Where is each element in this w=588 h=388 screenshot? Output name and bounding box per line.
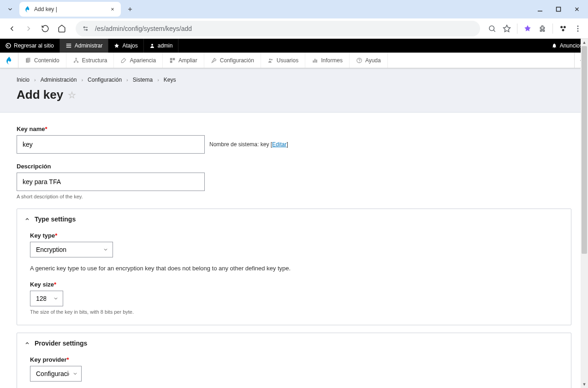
window-controls — [535, 5, 584, 14]
provider-settings-summary[interactable]: Provider settings — [17, 333, 571, 353]
drupal-logo[interactable] — [0, 53, 18, 68]
breadcrumb-keys[interactable]: Keys — [164, 77, 176, 83]
scrollbar-thumb[interactable] — [582, 46, 587, 254]
nav-home-button[interactable] — [55, 22, 68, 35]
svg-point-26 — [151, 44, 153, 46]
svg-line-34 — [76, 60, 78, 61]
extension-icon-1[interactable] — [523, 24, 532, 33]
window-close[interactable] — [572, 5, 582, 14]
browser-toolbar: /es/admin/config/system/keys/add — [0, 18, 588, 39]
breadcrumb-configuration[interactable]: Configuración — [88, 77, 122, 83]
provider-settings-section: Provider settings Key provider* Configur… — [17, 333, 571, 388]
key-size-field-wrapper: Key size* 128 The size of the key in bit… — [30, 281, 558, 315]
menu-reports-label: Informes — [321, 57, 343, 64]
window-minimize[interactable] — [535, 5, 545, 14]
menu-reports[interactable]: Informes — [305, 53, 350, 68]
shortcuts-label: Atajos — [122, 42, 137, 49]
description-label: Descripción — [17, 163, 571, 170]
nav-forward-button[interactable] — [22, 22, 35, 35]
chevron-right-icon: › — [34, 77, 36, 83]
type-settings-label: Type settings — [35, 215, 76, 223]
description-input[interactable] — [17, 173, 205, 191]
browser-tab[interactable]: Add key | — [19, 2, 121, 17]
tab-search-dropdown[interactable] — [4, 3, 17, 16]
browser-menu-icon[interactable] — [573, 24, 582, 33]
key-type-field-wrapper: Key type* Encryption A generic key type … — [30, 232, 558, 272]
drupal-admin-toolbar: Regresar al sitio Administrar Atajos adm… — [0, 39, 588, 53]
vertical-scrollbar[interactable]: ▲ ▼ — [581, 39, 588, 388]
key-type-select[interactable]: Encryption — [30, 242, 113, 257]
svg-rect-41 — [315, 59, 315, 62]
machine-name-display: Nombre de sistema: key [Editar] — [209, 141, 288, 148]
page-title: Add key ☆ — [17, 88, 571, 102]
site-info-icon[interactable] — [81, 24, 90, 33]
svg-point-19 — [577, 28, 579, 29]
browser-tab-strip: Add key | — [0, 0, 588, 18]
key-size-label: Key size* — [30, 281, 558, 288]
svg-point-38 — [269, 58, 271, 60]
key-name-field-wrapper: Key name* Nombre de sistema: key [Editar… — [17, 125, 571, 154]
scrollbar-track[interactable] — [581, 46, 588, 381]
svg-point-12 — [489, 26, 494, 31]
type-settings-summary[interactable]: Type settings — [17, 209, 571, 229]
shortcuts-button[interactable]: Atajos — [108, 39, 143, 53]
scrollbar-down-arrow[interactable]: ▼ — [581, 381, 588, 388]
page-content: Inicio › Administración › Configuración … — [0, 68, 588, 388]
form: Key name* Nombre de sistema: key [Editar… — [0, 113, 588, 388]
menu-content-label: Contenido — [34, 57, 59, 64]
tab-close-icon[interactable] — [109, 6, 116, 13]
svg-rect-40 — [313, 60, 314, 63]
menu-appearance[interactable]: Apariencia — [114, 53, 163, 68]
user-menu-button[interactable]: admin — [144, 39, 179, 53]
nav-back-button[interactable] — [6, 22, 18, 35]
new-tab-button[interactable] — [124, 3, 137, 16]
announcements-label: Anuncios — [560, 42, 582, 49]
extensions-icon[interactable] — [538, 24, 547, 33]
key-name-input[interactable] — [17, 135, 205, 154]
key-size-select[interactable]: 128 — [30, 291, 63, 306]
menu-people-label: Usuarios — [277, 57, 298, 64]
favorite-star-icon[interactable]: ☆ — [68, 90, 76, 101]
address-bar[interactable]: /es/admin/config/system/keys/add — [76, 21, 480, 36]
svg-point-10 — [86, 29, 88, 30]
bookmark-star-icon[interactable] — [502, 24, 511, 33]
window-maximize[interactable] — [554, 5, 563, 14]
svg-point-39 — [271, 59, 273, 60]
url-text: /es/admin/config/system/keys/add — [95, 25, 475, 32]
back-to-site-button[interactable]: Regresar al sitio — [0, 39, 60, 53]
svg-point-18 — [577, 25, 579, 27]
menu-people[interactable]: Usuarios — [261, 53, 305, 68]
svg-rect-42 — [316, 60, 317, 62]
svg-line-13 — [493, 30, 495, 31]
menu-help[interactable]: Ayuda — [350, 53, 388, 68]
svg-point-20 — [577, 30, 579, 31]
key-name-label: Key name* — [17, 125, 571, 132]
svg-point-29 — [76, 58, 77, 59]
menu-configuration[interactable]: Configuración — [204, 53, 261, 68]
breadcrumb-home[interactable]: Inicio — [17, 77, 30, 83]
chevron-right-icon: › — [126, 77, 128, 83]
svg-rect-28 — [27, 58, 30, 62]
svg-rect-5 — [557, 7, 561, 12]
machine-name-edit-link[interactable]: Editar — [272, 141, 286, 148]
menu-content[interactable]: Contenido — [18, 53, 66, 68]
svg-point-31 — [77, 61, 78, 62]
chevron-up-icon — [24, 216, 30, 222]
description-help-text: A short description of the key. — [17, 194, 571, 199]
menu-extend[interactable]: Ampliar — [163, 53, 204, 68]
zoom-icon[interactable] — [487, 24, 497, 33]
key-provider-select[interactable]: Configuración — [30, 366, 82, 382]
chevron-right-icon: › — [157, 77, 159, 83]
menu-structure-label: Estructura — [82, 57, 107, 64]
svg-marker-25 — [114, 43, 119, 48]
svg-point-17 — [562, 29, 564, 31]
manage-button[interactable]: Administrar — [60, 39, 109, 53]
toolbar-separator — [552, 24, 553, 34]
nav-reload-button[interactable] — [39, 22, 52, 35]
menu-structure[interactable]: Estructura — [66, 53, 114, 68]
scrollbar-up-arrow[interactable]: ▲ — [581, 39, 588, 46]
breadcrumb-administration[interactable]: Administración — [41, 77, 77, 83]
breadcrumb-system[interactable]: Sistema — [133, 77, 153, 83]
key-type-label: Key type* — [30, 232, 558, 239]
profile-icon[interactable] — [558, 24, 568, 33]
